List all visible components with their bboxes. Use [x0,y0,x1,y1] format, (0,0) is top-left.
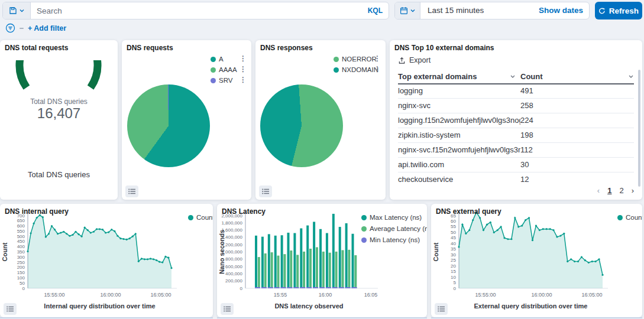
search-control: KQL [2,2,389,19]
legend-item-min-latency[interactable]: Min Latency (ns) [361,236,420,243]
panel-title[interactable]: DNS internal query [5,207,69,216]
panel-dns-external-query: DNS external query 051015202530354045505… [431,204,642,317]
search-input[interactable] [31,2,362,19]
calendar-icon [400,6,408,15]
legend-item-count[interactable]: Count [188,214,213,221]
legend-menu-icon[interactable]: ⋮ [240,66,247,72]
svg-text:16:05: 16:05 [364,292,378,298]
gauge-bottom-label: Total DNS queries [0,170,118,179]
svg-text:External query distribution ov: External query distribution over time [474,302,588,310]
svg-text:100: 100 [17,275,25,281]
sort-chevron-icon [628,74,634,79]
legend-toggle-button[interactable] [221,303,234,315]
add-filter-button[interactable]: + Add filter [28,24,66,32]
legend-item-a[interactable]: A [211,56,224,63]
list-icon [224,306,231,312]
panel-dns-total-requests: DNS total requests Total DNS queries 16,… [0,40,118,200]
legend-menu-icon[interactable]: ⋮ [240,56,247,61]
svg-text:15:55:00: 15:55:00 [475,292,496,298]
legend-item-aaaa[interactable]: AAAA [211,66,237,73]
refresh-label: Refresh [609,6,639,15]
domain-cell: nginx-svc [398,99,520,113]
svg-text:15: 15 [451,269,456,274]
svg-text:16:00:00: 16:00:00 [531,292,552,298]
panel-title[interactable]: DNS requests [127,44,173,52]
count-cell: 198 [520,128,634,142]
refresh-button[interactable]: Refresh [595,2,642,19]
saved-query-menu-button[interactable] [3,2,31,19]
svg-text:30: 30 [451,252,456,258]
panel-title[interactable]: DNS external query [436,207,501,216]
pagination-page-2[interactable]: 2 [619,186,623,195]
legend-menu-icon[interactable]: ⋮ [240,77,247,83]
svg-text:DNS latency observed: DNS latency observed [274,302,343,310]
kql-language-button[interactable]: KQL [362,6,389,15]
legend-item-count[interactable]: Count [617,214,642,221]
legend-item-nxdomain[interactable]: NXDOMAIN [334,66,378,73]
svg-text:16:00: 16:00 [319,292,332,298]
panel-title[interactable]: DNS total requests [5,44,68,52]
svg-text:Count: Count [1,242,8,261]
legend-dot [334,57,339,62]
external-query-area-chart[interactable]: 0510152025303540455055606515:55:0016:00:… [431,204,642,317]
legend-menu-icon[interactable]: ⋮ [374,66,381,72]
dns-requests-pie-chart[interactable] [127,84,210,167]
show-dates-button[interactable]: Show dates [533,2,589,19]
svg-text:1,800,000: 1,800,000 [221,220,242,226]
panel-title[interactable]: DNS responses [260,44,313,52]
legend-toggle-button[interactable] [259,185,272,197]
column-label: Top external domains [398,72,477,81]
time-range-value[interactable]: Last 15 minutes [420,2,533,19]
pagination-prev-icon[interactable]: ‹ [597,186,600,195]
column-label: Count [520,72,543,81]
chevron-down-icon [410,8,416,14]
legend-item-noerror[interactable]: NOERROR [334,56,377,63]
svg-text:400,000: 400,000 [225,271,242,276]
panel-title[interactable]: DNS Latency [222,207,266,216]
legend-toggle-button[interactable] [125,185,138,197]
table-scrollbar[interactable] [638,70,640,187]
legend-menu-icon[interactable]: ⋮ [374,56,381,61]
internal-query-area-chart[interactable]: 0501001502002503003504004505005506006507… [0,204,213,317]
pagination-next-icon[interactable]: › [632,186,634,195]
refresh-icon [598,7,606,15]
svg-text:800,000: 800,000 [225,256,242,262]
column-header-domains[interactable]: Top external domains [398,72,520,81]
legend-dot [334,67,339,73]
panel-dns-latency: DNS Latency 0200,000400,000600,000800,00… [217,204,427,317]
legend-item-srv[interactable]: SRV [211,77,232,84]
table-row: api.twilio.com 30 [398,158,634,172]
svg-text:350: 350 [17,249,25,255]
dns-responses-pie-chart[interactable] [260,84,343,167]
svg-text:Internal query distribution ov: Internal query distribution over time [44,302,155,310]
sort-chevron-icon [510,74,516,79]
time-picker-calendar-button[interactable] [395,2,420,19]
count-cell: 112 [520,143,634,157]
legend-label: Max Latency (ns) [370,214,422,221]
svg-text:40: 40 [451,241,456,246]
filter-bar: + Add filter [5,23,66,33]
legend-item-average-latency[interactable]: Average Latency (ns) [361,225,427,232]
export-icon [398,57,406,64]
pagination-page-1[interactable]: 1 [607,186,611,195]
svg-text:Count: Count [432,242,439,261]
column-header-count[interactable]: Count [520,72,634,81]
legend-dot [211,78,216,83]
domain-cell: checkoutservice [398,172,520,187]
legend-label: Count [626,214,642,221]
legend-toggle-button[interactable] [4,303,17,315]
legend-toggle-button[interactable] [435,303,448,315]
svg-text:Nano seconds: Nano seconds [218,230,225,274]
svg-text:10: 10 [451,275,456,280]
legend-dot [211,57,216,62]
panel-title[interactable]: DNS Top 10 external domains [394,44,494,52]
query-bar: KQL Last 15 minutes Show dates Refresh [2,2,642,19]
svg-text:60: 60 [451,219,456,224]
svg-text:45: 45 [451,235,456,240]
export-button[interactable]: Export [398,56,431,64]
domain-cell: api.twilio.com [398,158,520,172]
legend-item-max-latency[interactable]: Max Latency (ns) [361,214,422,221]
legend-label: NOERROR [342,56,377,63]
filter-icon[interactable] [5,23,15,33]
table-row: nginx-svc.f15n2womfujehfjlwv0lgs3no... 1… [398,143,634,158]
